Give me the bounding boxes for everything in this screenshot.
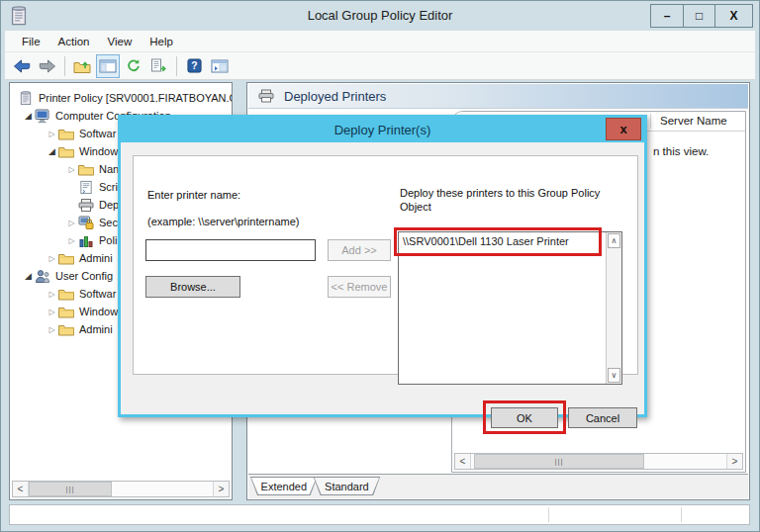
dialog-titlebar[interactable]: Deploy Printer(s) x xyxy=(120,117,645,142)
scroll-right-icon[interactable]: > xyxy=(726,454,742,469)
minimize-button[interactable]: – xyxy=(651,5,683,27)
deploy-printers-label: Deploy these printers to this Group Poli… xyxy=(400,186,606,214)
action-pane-icon xyxy=(211,59,229,73)
scroll-left-icon[interactable]: < xyxy=(13,482,29,496)
maximize-button[interactable]: □ xyxy=(683,5,714,27)
toolbar-help-button[interactable]: ? xyxy=(182,54,206,78)
export-list-icon xyxy=(150,58,168,73)
tree-item-label: Softwar xyxy=(79,288,116,300)
status-separator xyxy=(681,507,682,522)
cancel-button[interactable]: Cancel xyxy=(568,407,637,428)
deployed-printers-listbox[interactable]: \\SRV0001\Dell 1130 Laser Printer ∧ ∨ xyxy=(398,231,622,385)
tree-item-label: Printer Policy [SRV0001.FIRATBOYAN.C xyxy=(39,92,232,104)
results-horizontal-scrollbar[interactable]: < ||| > xyxy=(454,453,743,470)
enter-printer-name-label: Enter printer name: xyxy=(147,189,240,201)
add-button[interactable]: Add >> xyxy=(328,239,391,261)
folder-icon xyxy=(58,251,75,266)
tree-item-label: Dep xyxy=(99,199,119,211)
tab-extended[interactable]: Extended xyxy=(250,477,318,495)
user-icon xyxy=(35,269,51,284)
tree-item-label: Poli xyxy=(99,234,117,246)
collapse-arrow-icon[interactable]: ◢ xyxy=(22,111,35,121)
toolbar: ? xyxy=(5,52,755,80)
window-title: Local Group Policy Editor xyxy=(1,8,759,23)
scrollbar-thumb[interactable]: ||| xyxy=(474,454,644,469)
view-tabstrip: ExtendedStandard xyxy=(248,474,748,498)
tab-standard[interactable]: Standard xyxy=(314,477,381,495)
server-name-column-header[interactable]: Server Name xyxy=(660,115,727,127)
remove-button[interactable]: << Remove xyxy=(328,276,391,298)
printer-icon xyxy=(258,89,276,103)
expand-arrow-icon[interactable]: ▷ xyxy=(46,325,58,334)
dialog-title: Deploy Printer(s) xyxy=(334,123,431,137)
menu-item-action[interactable]: Action xyxy=(49,33,99,50)
scroll-right-icon[interactable]: > xyxy=(213,482,229,496)
menu-item-file[interactable]: File xyxy=(13,33,49,50)
menu-item-help[interactable]: Help xyxy=(141,33,182,50)
window-titlebar[interactable]: Local Group Policy Editor – □ X xyxy=(1,1,759,31)
expand-arrow-icon[interactable]: ▷ xyxy=(46,254,58,263)
printer-icon xyxy=(78,198,95,213)
listbox-vertical-scrollbar[interactable]: ∧ ∨ xyxy=(606,232,621,384)
chart-icon xyxy=(78,233,95,248)
local-group-policy-editor-window: Local Group Policy Editor – □ X FileActi… xyxy=(0,0,760,532)
security-icon xyxy=(78,216,95,230)
expand-arrow-icon[interactable]: ▷ xyxy=(65,165,78,174)
forward-icon xyxy=(39,59,56,73)
expand-arrow-icon[interactable]: ▷ xyxy=(65,219,78,227)
toolbar-refresh-button[interactable] xyxy=(122,54,145,78)
folder-icon xyxy=(58,305,75,319)
status-separator xyxy=(548,507,549,522)
dialog-body: Enter printer name: (example: \\server\p… xyxy=(121,142,644,414)
expand-arrow-icon[interactable]: ▷ xyxy=(65,236,78,245)
scrollbar-thumb[interactable]: ||| xyxy=(29,482,112,496)
menu-bar: FileActionViewHelp xyxy=(5,31,755,52)
expand-arrow-icon[interactable]: ▷ xyxy=(46,308,58,316)
printer-list-item[interactable]: \\SRV0001\Dell 1130 Laser Printer xyxy=(399,232,603,250)
ok-button[interactable]: OK xyxy=(491,407,558,428)
scroll-left-icon[interactable]: < xyxy=(455,454,471,469)
collapse-arrow-icon[interactable]: ◢ xyxy=(22,271,35,281)
folder-icon xyxy=(78,162,95,177)
tree-item-label: Admini xyxy=(79,252,113,264)
toolbar-forward-button[interactable] xyxy=(36,54,59,78)
tree-horizontal-scrollbar[interactable]: < ||| > xyxy=(12,481,230,497)
expand-arrow-icon[interactable]: ▷ xyxy=(46,130,58,138)
tab-label: Standard xyxy=(314,477,381,495)
toolbar-export-list-button[interactable] xyxy=(147,54,171,78)
tree-item-label: Window xyxy=(79,145,118,157)
toolbar-action-pane-button[interactable] xyxy=(208,54,232,78)
column-separator[interactable] xyxy=(650,114,651,129)
status-bar xyxy=(9,504,750,525)
deploy-printers-dialog: Deploy Printer(s) x Enter printer name: … xyxy=(118,115,647,417)
toolbar-console-tree-button[interactable] xyxy=(96,54,120,78)
dialog-close-button[interactable]: x xyxy=(606,118,641,140)
tree-item-label: User Config xyxy=(55,270,113,282)
toolbar-separator xyxy=(64,56,65,76)
tree-item-label: Window xyxy=(79,306,118,317)
tree-item-printer-policy-srv0001-firatboyan-c[interactable]: Printer Policy [SRV0001.FIRATBOYAN.C xyxy=(10,89,232,107)
tree-item-label: Admini xyxy=(79,323,113,335)
close-button[interactable]: X xyxy=(714,5,752,27)
browse-button[interactable]: Browse... xyxy=(145,276,240,298)
gpo-scroll-icon xyxy=(18,91,35,106)
expand-arrow-icon[interactable]: ▷ xyxy=(46,290,58,299)
back-icon xyxy=(13,59,31,73)
menu-item-view[interactable]: View xyxy=(99,33,142,50)
empty-view-text-fragment: n this view. xyxy=(653,145,709,157)
collapse-arrow-icon[interactable]: ◢ xyxy=(46,146,58,156)
scroll-up-icon[interactable]: ∧ xyxy=(608,233,620,248)
printer-name-input[interactable] xyxy=(145,239,316,261)
scroll-down-icon[interactable]: ∨ xyxy=(608,368,620,383)
folder-icon xyxy=(58,287,75,302)
refresh-icon xyxy=(126,58,142,73)
tab-label: Extended xyxy=(250,477,318,495)
tree-item-label: Softwar xyxy=(79,128,116,139)
results-header: Deployed Printers xyxy=(248,84,748,109)
svg-text:?: ? xyxy=(191,60,197,71)
toolbar-separator xyxy=(176,56,177,76)
toolbar-up-level-button[interactable] xyxy=(70,54,94,78)
folder-icon xyxy=(58,322,75,337)
toolbar-back-button[interactable] xyxy=(10,54,34,78)
results-header-title: Deployed Printers xyxy=(284,89,386,104)
